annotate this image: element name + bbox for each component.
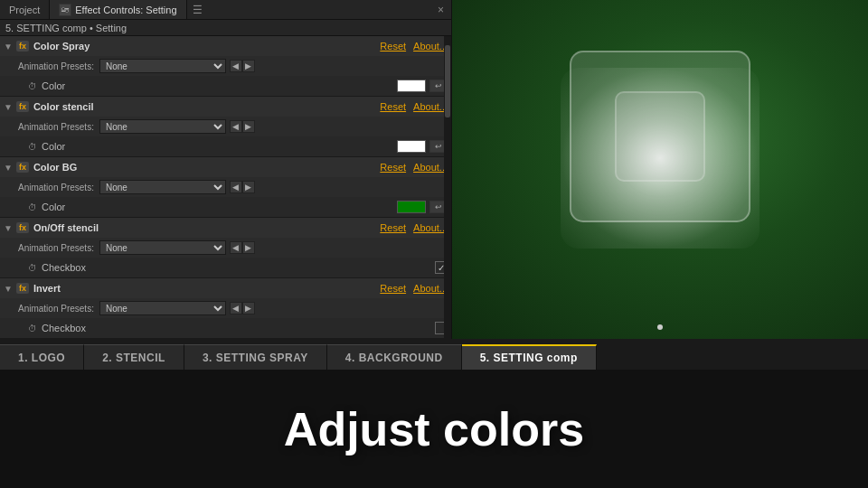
panel-menu-icon[interactable]: ☰: [187, 4, 208, 16]
color-spray-prev-arrow[interactable]: ◀: [230, 60, 242, 72]
color-bg-header: ▼ fx Color BG Reset About...: [0, 157, 451, 177]
onoff-stencil-prev-arrow[interactable]: ◀: [230, 241, 242, 254]
color-spray-stopwatch-icon[interactable]: ⏱: [27, 80, 38, 91]
invert-stopwatch-icon[interactable]: ⏱: [27, 323, 38, 333]
tab-background[interactable]: 4. BACKGROUND: [327, 344, 462, 370]
color-bg-fx-badge: fx: [16, 162, 29, 173]
color-stencil-preset-select[interactable]: None: [99, 119, 226, 134]
effect-color-stencil: ▼ fx Color stencil Reset About... Animat…: [0, 97, 451, 157]
color-stencil-about[interactable]: About...: [413, 101, 448, 112]
color-spray-arrow[interactable]: ▼: [4, 42, 13, 52]
color-stencil-arrow[interactable]: ▼: [4, 102, 13, 112]
panel-header: 5. SETTING comp • Setting: [0, 20, 451, 36]
invert-header: ▼ fx Invert Reset About...: [0, 278, 451, 298]
onoff-stencil-next-arrow[interactable]: ▶: [242, 241, 255, 254]
onoff-stencil-name: On/Off stencil: [33, 222, 380, 233]
invert-reset[interactable]: Reset: [380, 283, 406, 294]
tab-stencil[interactable]: 2. STENCIL: [84, 344, 184, 370]
panel-header-text: 5. SETTING comp • Setting: [5, 23, 127, 33]
color-stencil-nav-arrows: ◀ ▶: [230, 120, 255, 133]
color-stencil-header: ▼ fx Color stencil Reset About...: [0, 97, 451, 117]
panel-close-button[interactable]: ×: [430, 4, 451, 16]
tab-logo-label: 1. LOGO: [18, 352, 65, 364]
color-spray-next-arrow[interactable]: ▶: [242, 60, 255, 72]
color-bg-preset-select[interactable]: None: [99, 180, 226, 194]
bottom-section: 1. LOGO 2. STENCIL 3. SETTING SPRAY 4. B…: [0, 339, 868, 488]
invert-preset-select[interactable]: None: [99, 301, 226, 315]
color-stencil-prev-arrow[interactable]: ◀: [230, 120, 242, 133]
onoff-stencil-about[interactable]: About...: [413, 222, 448, 233]
color-bg-next-arrow[interactable]: ▶: [242, 181, 255, 193]
color-bg-stopwatch-icon[interactable]: ⏱: [27, 202, 38, 212]
color-stencil-color-swatch[interactable]: [397, 140, 426, 153]
invert-prev-arrow[interactable]: ◀: [230, 302, 242, 314]
color-spray-preset-label: Animation Presets:: [18, 61, 94, 71]
onoff-stencil-reset[interactable]: Reset: [380, 222, 406, 233]
effect-controls-tab[interactable]: Effect Controls: Setting: [50, 0, 186, 19]
invert-preset-label: Animation Presets:: [18, 304, 94, 314]
color-bg-name: Color BG: [33, 162, 380, 173]
panel-scrollbar[interactable]: [444, 36, 451, 339]
effect-color-bg: ▼ fx Color BG Reset About... Animation P…: [0, 157, 451, 218]
color-stencil-stopwatch-icon[interactable]: ⏱: [27, 141, 38, 152]
invert-checkbox-row: ⏱ Checkbox: [0, 318, 451, 338]
color-stencil-next-arrow[interactable]: ▶: [242, 120, 255, 133]
preview-background: [452, 0, 868, 339]
svg-point-3: [66, 9, 69, 12]
onoff-stencil-arrow[interactable]: ▼: [4, 223, 13, 233]
color-stencil-fx-badge: fx: [16, 101, 29, 112]
onoff-stencil-header: ▼ fx On/Off stencil Reset About...: [0, 218, 451, 238]
color-stencil-color-row: ⏱ Color ↩: [0, 136, 451, 156]
tab-content-area: Adjust colors: [0, 370, 868, 488]
color-spray-fx-badge: fx: [16, 41, 29, 52]
preview-logo: [615, 91, 705, 182]
tab-setting-spray-label: 3. SETTING SPRAY: [203, 352, 308, 364]
color-bg-about[interactable]: About...: [413, 162, 448, 173]
effect-color-spray: ▼ fx Color Spray Reset About... Animatio…: [0, 36, 451, 97]
onoff-stencil-fx-badge: fx: [16, 222, 29, 233]
color-bg-reset[interactable]: Reset: [380, 162, 406, 173]
color-bg-color-swatch[interactable]: [397, 201, 426, 213]
color-stencil-reset[interactable]: Reset: [380, 101, 406, 112]
effect-invert: ▼ fx Invert Reset About... Animation Pre…: [0, 278, 451, 339]
invert-arrow[interactable]: ▼: [4, 284, 13, 294]
color-spray-nav-arrows: ◀ ▶: [230, 60, 255, 72]
project-tab[interactable]: Project: [0, 0, 50, 19]
tab-setting-comp[interactable]: 5. SETTING comp: [462, 344, 597, 370]
tab-logo[interactable]: 1. LOGO: [0, 344, 84, 370]
color-spray-color-label: Color: [42, 80, 397, 91]
color-spray-color-row: ⏱ Color ↩: [0, 76, 451, 96]
onoff-stencil-stopwatch-icon[interactable]: ⏱: [27, 262, 38, 273]
tab-stencil-label: 2. STENCIL: [102, 352, 165, 364]
effect-onoff-stencil: ▼ fx On/Off stencil Reset About... Anima…: [0, 218, 451, 278]
color-stencil-color-label: Color: [42, 141, 397, 152]
tab-setting-spray[interactable]: 3. SETTING SPRAY: [184, 344, 327, 370]
invert-about[interactable]: About...: [413, 283, 448, 294]
preview-stencil: [570, 51, 750, 222]
color-spray-preset-select[interactable]: None: [99, 59, 226, 73]
color-bg-color-label: Color: [42, 202, 397, 212]
preview-dot: [657, 324, 663, 330]
effect-controls-icon: [59, 4, 71, 16]
invert-fx-badge: fx: [16, 283, 29, 294]
invert-nav-arrows: ◀ ▶: [230, 302, 255, 314]
onoff-stencil-checkbox-row: ⏱ Checkbox ✓: [0, 258, 451, 277]
panel-tab-bar: Project Effect Controls: Setting ☰ ×: [0, 0, 451, 20]
color-bg-arrow[interactable]: ▼: [4, 163, 13, 173]
tab-background-label: 4. BACKGROUND: [345, 352, 443, 364]
color-spray-header: ▼ fx Color Spray Reset About...: [0, 36, 451, 56]
color-spray-color-swatch[interactable]: [397, 80, 426, 92]
effect-controls-tab-label: Effect Controls: Setting: [75, 5, 176, 15]
invert-checkbox-label: Checkbox: [42, 323, 435, 333]
invert-next-arrow[interactable]: ▶: [242, 302, 255, 314]
color-bg-prev-arrow[interactable]: ◀: [230, 181, 242, 193]
color-spray-reset[interactable]: Reset: [380, 41, 406, 52]
onoff-stencil-checkbox-label: Checkbox: [42, 262, 435, 273]
onoff-stencil-presets-row: Animation Presets: None ◀ ▶: [0, 238, 451, 258]
color-spray-about[interactable]: About...: [413, 41, 448, 52]
panel-scroll-thumb[interactable]: [445, 45, 450, 117]
color-stencil-presets-row: Animation Presets: None ◀ ▶: [0, 117, 451, 136]
invert-name: Invert: [33, 283, 380, 294]
onoff-stencil-preset-select[interactable]: None: [99, 240, 226, 255]
color-spray-presets-row: Animation Presets: None ◀ ▶: [0, 56, 451, 76]
